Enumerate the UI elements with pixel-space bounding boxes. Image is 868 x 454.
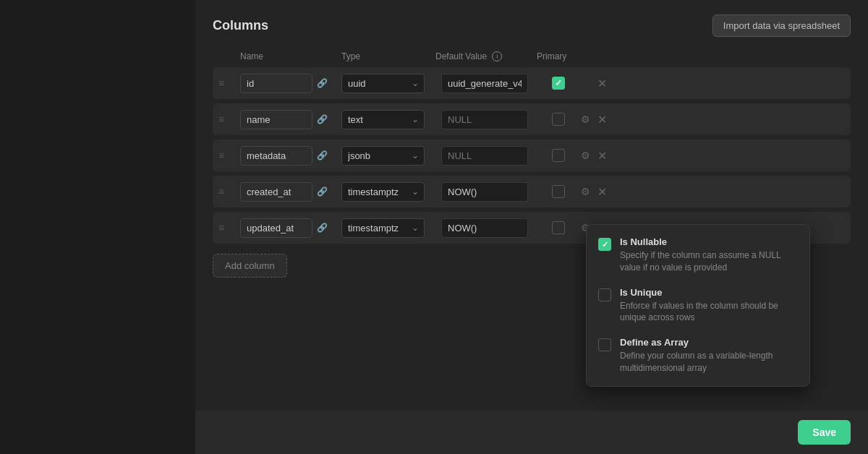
type-select-wrapper-name: text: [341, 110, 425, 129]
remove-row-created[interactable]: ✕: [595, 183, 609, 201]
array-checkbox[interactable]: [598, 338, 611, 351]
col-header-default: Default Value i: [435, 51, 537, 61]
primary-checkbox-created[interactable]: [552, 185, 565, 198]
unique-desc: Enforce if values in the column should b…: [620, 300, 798, 325]
col-header-primary: Primary: [537, 51, 580, 61]
array-title: Define as Array: [620, 337, 798, 348]
table-row: ≡ 🔗 timestamptz ⚙ ✕: [213, 176, 851, 207]
name-cell-metadata: 🔗: [240, 146, 341, 166]
name-input-updated[interactable]: [240, 218, 312, 238]
name-input-id[interactable]: [240, 74, 312, 93]
default-input-id[interactable]: [441, 74, 528, 93]
default-input-updated[interactable]: [441, 218, 528, 238]
unique-option-text: Is Unique Enforce if values in the colum…: [620, 287, 798, 325]
drag-handle-updated[interactable]: ≡: [218, 222, 240, 234]
type-cell-id: uuid: [341, 74, 435, 93]
info-icon: i: [492, 51, 502, 61]
remove-row-id[interactable]: ✕: [595, 74, 609, 93]
type-select-wrapper-updated: timestamptz: [341, 218, 425, 238]
popup-option-array: Define as Array Define your column as a …: [598, 337, 798, 374]
header-row: Columns Import data via spreadsheet: [213, 14, 851, 37]
col-header-name: Name: [240, 51, 341, 61]
primary-checkbox-id[interactable]: [552, 77, 565, 90]
save-button[interactable]: Save: [798, 420, 851, 445]
add-column-button[interactable]: Add column: [213, 254, 287, 278]
actions-cell-metadata: ⚙ ✕: [580, 147, 609, 165]
type-cell-updated: timestamptz: [341, 218, 435, 238]
table-header: Name Type Default Value i Primary: [213, 51, 851, 67]
type-select-created[interactable]: timestamptz: [341, 182, 425, 202]
type-select-wrapper-created: timestamptz: [341, 182, 425, 202]
type-cell-created: timestamptz: [341, 182, 435, 202]
type-select-id[interactable]: uuid: [341, 74, 425, 93]
link-icon-name[interactable]: 🔗: [317, 114, 328, 124]
primary-cell-metadata: [537, 149, 580, 162]
type-select-metadata[interactable]: jsonb: [341, 146, 425, 166]
actions-cell-name: ⚙ ✕: [580, 111, 609, 129]
popup-option-nullable: Is Nullable Specify if the column can as…: [598, 236, 798, 274]
link-icon-created[interactable]: 🔗: [317, 187, 328, 197]
name-input-name[interactable]: [240, 110, 312, 129]
link-icon-id[interactable]: 🔗: [317, 78, 328, 88]
nullable-title: Is Nullable: [620, 236, 798, 247]
name-cell-created: 🔗: [240, 182, 341, 202]
link-icon-updated[interactable]: 🔗: [317, 223, 328, 233]
unique-checkbox[interactable]: [598, 288, 611, 301]
rows-container: ≡ 🔗 uuid ✕ ≡: [213, 67, 851, 244]
nullable-desc: Specify if the column can assume a NULL …: [620, 249, 798, 274]
settings-button-name[interactable]: ⚙: [579, 111, 592, 127]
primary-checkbox-updated[interactable]: [552, 221, 565, 234]
actions-cell-created: ⚙ ✕: [580, 183, 609, 201]
settings-button-created[interactable]: ⚙: [579, 184, 592, 200]
nullable-option-text: Is Nullable Specify if the column can as…: [620, 236, 798, 274]
array-option-text: Define as Array Define your column as a …: [620, 337, 798, 374]
default-cell-updated: [435, 218, 537, 238]
type-select-wrapper-id: uuid: [341, 74, 425, 93]
primary-cell-id: [537, 77, 580, 90]
unique-title: Is Unique: [620, 287, 798, 298]
name-input-metadata[interactable]: [240, 146, 312, 166]
sidebar: [0, 0, 195, 454]
table-row: ≡ 🔗 uuid ✕: [213, 67, 851, 99]
type-select-wrapper-metadata: jsonb: [341, 146, 425, 166]
column-options-popup: Is Nullable Specify if the column can as…: [586, 224, 810, 387]
default-cell-id: [435, 74, 537, 93]
drag-handle-id[interactable]: ≡: [218, 77, 240, 89]
name-cell-updated: 🔗: [240, 218, 341, 238]
default-input-created[interactable]: [441, 182, 528, 202]
type-select-name[interactable]: text: [341, 110, 425, 129]
name-cell-name: 🔗: [240, 110, 341, 129]
table-row: ≡ 🔗 jsonb ⚙ ✕: [213, 140, 851, 171]
type-select-updated[interactable]: timestamptz: [341, 218, 425, 238]
table-row: ≡ 🔗 text ⚙ ✕: [213, 103, 851, 135]
primary-cell-created: [537, 185, 580, 198]
primary-cell-name: [537, 113, 580, 126]
import-spreadsheet-button[interactable]: Import data via spreadsheet: [712, 14, 851, 37]
settings-button-metadata[interactable]: ⚙: [579, 147, 592, 163]
remove-row-name[interactable]: ✕: [595, 111, 609, 129]
nullable-checkbox[interactable]: [598, 238, 611, 251]
drag-handle-created[interactable]: ≡: [218, 186, 240, 197]
drag-handle-name[interactable]: ≡: [218, 113, 240, 125]
type-cell-metadata: jsonb: [341, 146, 435, 166]
default-cell-name: [435, 110, 537, 129]
array-desc: Define your column as a variable-length …: [620, 350, 798, 374]
actions-cell-id: ✕: [580, 74, 609, 93]
drag-handle-metadata[interactable]: ≡: [218, 150, 240, 161]
name-input-created[interactable]: [240, 182, 312, 202]
link-icon-metadata[interactable]: 🔗: [317, 150, 328, 160]
col-header-type: Type: [341, 51, 435, 61]
default-input-name[interactable]: [441, 110, 528, 129]
default-cell-created: [435, 182, 537, 202]
default-cell-metadata: [435, 146, 537, 166]
type-cell-name: text: [341, 110, 435, 129]
primary-cell-updated: [537, 221, 580, 234]
remove-row-metadata[interactable]: ✕: [595, 147, 609, 165]
primary-checkbox-name[interactable]: [552, 113, 565, 126]
main-content: Columns Import data via spreadsheet Name…: [195, 0, 868, 454]
name-cell-id: 🔗: [240, 74, 341, 93]
popup-option-unique: Is Unique Enforce if values in the colum…: [598, 287, 798, 325]
page-title: Columns: [213, 18, 268, 33]
primary-checkbox-metadata[interactable]: [552, 149, 565, 162]
default-input-metadata[interactable]: [441, 146, 528, 166]
